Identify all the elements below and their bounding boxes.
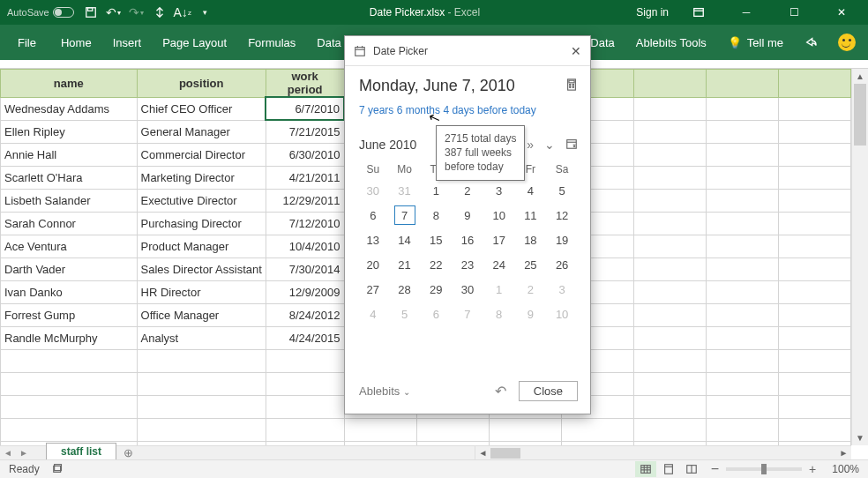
cell-date[interactable]: 7/30/2014 [266, 257, 344, 280]
goto-today-icon[interactable]: » [527, 138, 534, 153]
cell-position[interactable]: HR Director [137, 280, 266, 303]
calendar-day[interactable]: 1 [420, 178, 452, 203]
cell-position[interactable]: Commercial Director [137, 143, 266, 166]
calendar-day[interactable]: 4 [515, 178, 547, 203]
sheet-tab-staff-list[interactable]: staff list [46, 443, 116, 459]
month-dropdown-icon[interactable]: ⌄ [544, 138, 555, 153]
header-name[interactable]: name [1, 70, 138, 98]
sort-icon[interactable]: A↓z [175, 4, 191, 20]
calculator-icon[interactable] [565, 78, 578, 94]
cell-name[interactable]: Lisbeth Salander [1, 189, 138, 212]
scroll-thumb[interactable] [854, 84, 866, 146]
tab-file[interactable]: File [4, 25, 50, 60]
tell-me[interactable]: 💡Tell me [719, 25, 792, 60]
cell-position[interactable]: Chief CEO Officer [137, 97, 266, 120]
month-label[interactable]: June 2010 [359, 138, 416, 152]
undo-icon[interactable]: ↶▾ [106, 4, 122, 20]
cell-position[interactable]: Sales Director Assistant [137, 257, 266, 280]
calendar-day[interactable]: 3 [483, 178, 515, 203]
cell-position[interactable]: Purchasing Director [137, 212, 266, 235]
calendar-day[interactable]: 23 [452, 252, 483, 277]
calendar-day[interactable]: 4 [357, 302, 389, 326]
cell-name[interactable]: Forrest Gump [1, 303, 138, 326]
brand-link[interactable]: Ablebits ⌄ [359, 384, 410, 398]
cell-name[interactable]: Ellen Ripley [1, 120, 138, 143]
calendar-day[interactable]: 6 [420, 302, 452, 326]
calendar-day[interactable]: 28 [389, 277, 421, 302]
close-button[interactable]: ✕ [824, 0, 859, 25]
insert-date-icon[interactable] [565, 138, 578, 153]
calendar-day[interactable]: 8 [483, 302, 515, 326]
panel-titlebar[interactable]: Date Picker ✕ [345, 36, 590, 66]
tab-page-layout[interactable]: Page Layout [152, 25, 237, 60]
calendar-day[interactable]: 13 [357, 228, 389, 252]
date-diff-link[interactable]: 7 years 6 months 4 days before today [359, 104, 578, 116]
calendar-day[interactable]: 9 [452, 203, 483, 228]
view-page-break-icon[interactable] [681, 461, 702, 477]
hscroll-right-icon[interactable]: ► [836, 446, 851, 459]
panel-close-button[interactable]: ✕ [571, 44, 581, 58]
calendar-day[interactable]: 20 [357, 252, 389, 277]
header-work-period[interactable]: work period [266, 70, 344, 98]
panel-undo-icon[interactable]: ↶ [495, 383, 506, 399]
add-sheet-button[interactable]: ⊕ [116, 446, 139, 459]
panel-close-action-button[interactable]: Close [519, 381, 578, 401]
calendar-day[interactable]: 31 [389, 178, 421, 203]
autosave-toggle[interactable]: AutoSave [5, 7, 76, 18]
maximize-button[interactable]: ☐ [776, 0, 812, 25]
cell-name[interactable]: Ivan Danko [1, 280, 138, 303]
calendar-day[interactable]: 26 [546, 252, 578, 277]
cell-date[interactable]: 10/4/2010 [266, 235, 344, 257]
cell-date[interactable]: 8/24/2012 [266, 303, 344, 326]
cell-name[interactable]: Scarlett O'Hara [1, 166, 138, 189]
calendar-day[interactable]: 17 [483, 228, 515, 252]
cell-date[interactable]: 4/21/2011 [266, 166, 344, 189]
share-button[interactable] [796, 25, 826, 60]
cell-name[interactable]: Ace Ventura [1, 235, 138, 257]
tab-ablebits-tools[interactable]: Ablebits Tools [627, 25, 715, 60]
calendar-day[interactable]: 11 [515, 203, 547, 228]
redo-icon[interactable]: ↷▾ [129, 4, 145, 20]
cell-date[interactable]: 6/7/2010 [266, 97, 344, 120]
hscroll-thumb[interactable] [490, 448, 520, 459]
calendar-day[interactable]: 6 [357, 203, 389, 228]
calendar-day[interactable]: 24 [483, 252, 515, 277]
view-normal-icon[interactable] [635, 461, 656, 477]
calendar-day[interactable]: 19 [546, 228, 578, 252]
feedback-button[interactable] [829, 25, 864, 60]
cell-position[interactable]: Exectutive Director [137, 189, 266, 212]
calendar-day[interactable]: 7 [389, 203, 421, 228]
calendar-day[interactable]: 30 [452, 277, 483, 302]
vertical-scrollbar[interactable]: ▲ ▼ [851, 69, 868, 445]
calendar-day[interactable]: 30 [357, 178, 389, 203]
calendar-day[interactable]: 3 [546, 277, 578, 302]
touch-mode-icon[interactable] [152, 4, 168, 20]
scroll-down-icon[interactable]: ▼ [852, 430, 868, 445]
calendar-day[interactable]: 27 [357, 277, 389, 302]
calendar-day[interactable]: 8 [420, 203, 452, 228]
calendar-day[interactable]: 7 [452, 302, 483, 326]
tab-nav-prev-icon[interactable]: ◄ [0, 446, 16, 459]
tab-nav-next-icon[interactable]: ► [16, 446, 32, 459]
cell-position[interactable]: Analyst [137, 326, 266, 349]
tab-insert[interactable]: Insert [102, 25, 153, 60]
calendar-day[interactable]: 10 [546, 302, 578, 326]
cell-name[interactable]: Annie Hall [1, 143, 138, 166]
cell-name[interactable]: Wednesday Addams [1, 97, 138, 120]
macro-record-icon[interactable] [52, 462, 64, 477]
zoom-level[interactable]: 100% [832, 463, 859, 475]
zoom-slider[interactable] [726, 467, 802, 471]
calendar-day[interactable]: 22 [420, 252, 452, 277]
calendar-day[interactable]: 25 [515, 252, 547, 277]
cell-date[interactable]: 6/30/2010 [266, 143, 344, 166]
cell-date[interactable]: 12/29/2011 [266, 189, 344, 212]
qat-customize-icon[interactable]: ▾ [198, 4, 213, 20]
calendar-day[interactable]: 1 [483, 277, 515, 302]
calendar-day[interactable]: 5 [389, 302, 421, 326]
hscroll-left-icon[interactable]: ◄ [475, 446, 490, 459]
zoom-out-button[interactable]: − [711, 461, 719, 477]
cell-name[interactable]: Randle McMurphy [1, 326, 138, 349]
calendar-day[interactable]: 16 [452, 228, 483, 252]
calendar-day[interactable]: 21 [389, 252, 421, 277]
hscroll-track[interactable] [490, 446, 836, 459]
